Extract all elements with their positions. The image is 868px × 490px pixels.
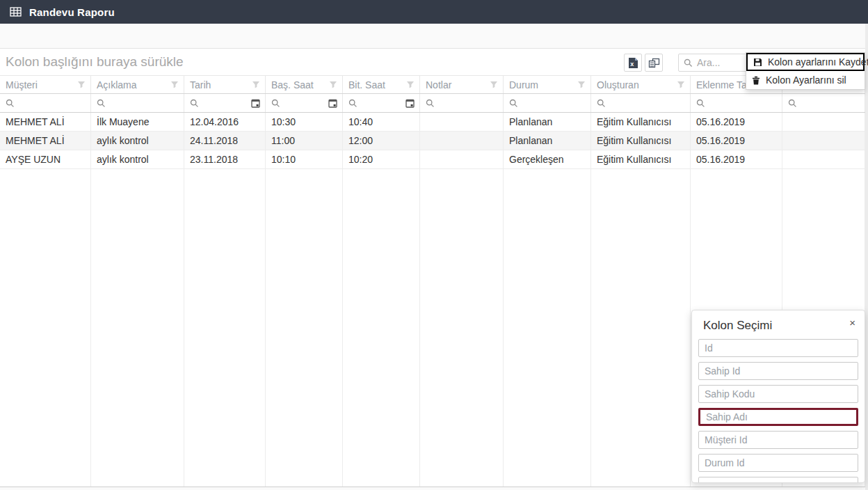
filter-funnel-icon[interactable] — [77, 81, 86, 88]
cell-tarih[interactable]: 12.04.2016 — [184, 113, 266, 131]
column-header-aciklama[interactable]: Açıklama — [91, 76, 184, 93]
cell-musteri[interactable]: MEHMET ALİ — [0, 132, 91, 150]
column-header-musteri[interactable]: Müşteri — [0, 76, 91, 93]
column-label: Durum — [509, 79, 538, 90]
filter-cell-aciklama[interactable] — [91, 94, 184, 112]
cell-olusturan[interactable]: Eğitim Kullanıcısı — [591, 150, 691, 168]
cell-bit-saat[interactable]: 12:00 — [343, 132, 420, 150]
close-icon[interactable]: × — [849, 317, 855, 328]
cell-olusturan[interactable]: Eğitim Kullanıcısı — [591, 113, 691, 131]
cell-aciklama[interactable]: aylık kontrol — [91, 150, 184, 168]
filter-funnel-icon[interactable] — [406, 81, 415, 88]
cell-notlar[interactable] — [420, 113, 504, 131]
filter-cell-empty[interactable] — [782, 94, 865, 112]
column-chooser-button[interactable] — [645, 54, 663, 72]
cell-notlar[interactable] — [420, 150, 504, 168]
chooser-item-partial[interactable] — [698, 477, 858, 483]
search-icon — [509, 99, 518, 108]
column-header-bit-saat[interactable]: Bit. Saat — [343, 76, 420, 93]
menu-item-label: Kolon ayarlarını Kaydet — [768, 56, 868, 68]
filter-funnel-icon[interactable] — [329, 81, 337, 88]
trash-icon — [752, 76, 760, 85]
filter-cell-bas-saat[interactable] — [266, 94, 343, 112]
search-icon — [6, 99, 15, 108]
column-label: Tarih — [190, 79, 211, 90]
table-grid-icon — [10, 7, 22, 17]
filter-cell-tarih[interactable] — [184, 94, 266, 112]
search-icon — [426, 99, 435, 108]
table-row[interactable]: MEHMET ALİ İlk Muayene 12.04.2016 10:30 … — [0, 113, 865, 132]
calendar-icon[interactable] — [328, 99, 337, 108]
chooser-item-sahip-id[interactable]: Sahip Id — [698, 362, 858, 380]
cell-bit-saat[interactable]: 10:40 — [343, 113, 420, 131]
search-icon — [348, 99, 357, 108]
cell-tarih[interactable]: 23.11.2018 — [184, 150, 266, 168]
filter-funnel-icon[interactable] — [170, 81, 179, 88]
menu-item-delete-column-settings[interactable]: Kolon Ayarlarını sil — [746, 71, 865, 89]
save-icon — [753, 58, 762, 67]
cell-durum[interactable]: Planlanan — [504, 113, 591, 131]
menu-item-save-column-settings[interactable]: Kolon ayarlarını Kaydet — [746, 53, 865, 71]
column-settings-menu: Kolon ayarlarını Kaydet Kolon Ayarlarını… — [746, 52, 865, 90]
search-icon — [696, 99, 705, 108]
cell-bas-saat[interactable]: 10:10 — [266, 150, 343, 168]
cell-bas-saat[interactable]: 10:30 — [266, 113, 343, 131]
cell-notlar[interactable] — [420, 132, 504, 150]
chooser-item-sahip-kodu[interactable]: Sahip Kodu — [698, 385, 858, 403]
calendar-icon[interactable] — [251, 99, 260, 108]
filter-funnel-icon[interactable] — [490, 81, 498, 88]
cell-eklenme-tarihi[interactable]: 05.16.2019 — [691, 150, 782, 168]
search-icon — [597, 99, 606, 108]
column-header-durum[interactable]: Durum — [504, 76, 591, 93]
filter-cell-eklenme-tarihi[interactable] — [691, 94, 782, 112]
filter-funnel-icon[interactable] — [252, 81, 260, 88]
cell-durum[interactable]: Planlanan — [504, 132, 591, 150]
chooser-item-id[interactable]: Id — [698, 339, 858, 357]
table-row[interactable]: MEHMET ALİ aylık kontrol 24.11.2018 11:0… — [0, 132, 865, 150]
column-header-bas-saat[interactable]: Baş. Saat — [266, 76, 343, 93]
filter-row — [0, 94, 865, 113]
column-header-olusturan[interactable]: Oluşturan — [591, 76, 691, 93]
filter-funnel-icon[interactable] — [677, 81, 685, 88]
filter-cell-olusturan[interactable] — [591, 94, 691, 112]
page-scrollbar[interactable] — [865, 24, 868, 490]
cell-aciklama[interactable]: İlk Muayene — [91, 113, 184, 131]
cell-tarih[interactable]: 24.11.2018 — [184, 132, 266, 150]
cell-eklenme-tarihi[interactable]: 05.16.2019 — [691, 113, 782, 131]
group-panel[interactable]: Kolon başlığını buraya sürükle x — [0, 49, 865, 75]
chooser-item-sahip-adi[interactable]: Sahip Adı — [698, 408, 858, 426]
column-chooser-icon — [648, 58, 660, 68]
column-chooser-panel: Kolon Seçimi × Id Sahip Id Sahip Kodu Sa… — [691, 310, 865, 483]
cell-musteri[interactable]: AYŞE UZUN — [0, 150, 91, 168]
column-header-tarih[interactable]: Tarih — [184, 76, 266, 93]
cell-bit-saat[interactable]: 10:20 — [343, 150, 420, 168]
chooser-item-durum-id[interactable]: Durum Id — [698, 454, 858, 472]
column-header-notlar[interactable]: Notlar — [420, 76, 504, 93]
search-icon — [271, 99, 280, 108]
filter-cell-durum[interactable] — [504, 94, 591, 112]
cell-olusturan[interactable]: Eğitim Kullanıcısı — [591, 132, 691, 150]
filter-funnel-icon[interactable] — [577, 81, 586, 88]
menu-item-label: Kolon Ayarlarını sil — [766, 74, 846, 86]
filter-cell-bit-saat[interactable] — [343, 94, 420, 112]
calendar-icon[interactable] — [405, 99, 415, 108]
column-label: Oluşturan — [597, 79, 639, 90]
group-panel-hint: Kolon başlığını buraya sürükle — [6, 54, 184, 70]
filter-cell-notlar[interactable] — [420, 94, 504, 112]
chooser-item-musteri-id[interactable]: Müşteri Id — [698, 431, 858, 449]
cell-empty[interactable] — [782, 113, 865, 131]
cell-empty[interactable] — [782, 132, 865, 150]
column-label: Müşteri — [6, 79, 38, 90]
cell-musteri[interactable]: MEHMET ALİ — [0, 113, 91, 131]
cell-eklenme-tarihi[interactable]: 05.16.2019 — [691, 132, 782, 150]
cell-empty[interactable] — [782, 150, 865, 168]
cell-bas-saat[interactable]: 11:00 — [266, 132, 343, 150]
filter-cell-musteri[interactable] — [0, 94, 91, 112]
column-label: Bit. Saat — [348, 79, 385, 90]
cell-aciklama[interactable]: aylık kontrol — [91, 132, 184, 150]
column-label: Notlar — [426, 79, 451, 90]
cell-durum[interactable]: Gerçekleşen — [504, 150, 591, 168]
titlebar: Randevu Raporu — [0, 0, 868, 24]
table-row[interactable]: AYŞE UZUN aylık kontrol 23.11.2018 10:10… — [0, 150, 865, 169]
export-excel-button[interactable]: x — [624, 54, 642, 72]
